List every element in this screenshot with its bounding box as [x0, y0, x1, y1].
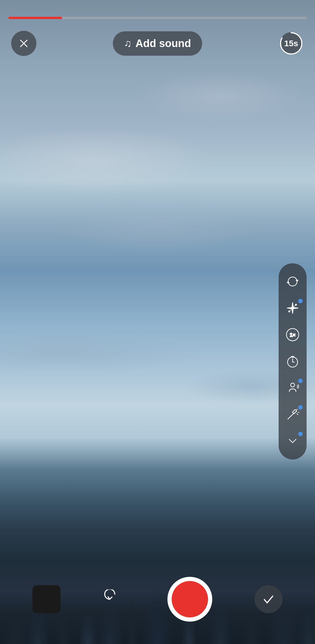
- music-icon: ♫: [124, 38, 132, 49]
- more-dot: [298, 432, 303, 436]
- flash-dot: [298, 378, 303, 383]
- countdown-timer-button[interactable]: [279, 348, 307, 374]
- svg-point-11: [291, 383, 295, 387]
- effects-dot: [298, 299, 303, 303]
- flash-button[interactable]: [279, 374, 307, 401]
- effects-button[interactable]: [279, 295, 307, 321]
- undo-button[interactable]: [103, 588, 125, 610]
- flip-camera-button[interactable]: [279, 268, 307, 295]
- speed-button[interactable]: 1×: [279, 321, 307, 348]
- magic-wand-button[interactable]: [279, 401, 307, 428]
- record-inner: [172, 581, 208, 617]
- close-button[interactable]: [11, 31, 36, 56]
- progress-bar-fill: [8, 17, 62, 19]
- svg-line-14: [296, 409, 297, 410]
- svg-text:1×: 1×: [290, 332, 296, 338]
- record-button[interactable]: [167, 577, 212, 622]
- camera-background: [0, 0, 315, 644]
- svg-line-12: [288, 413, 294, 419]
- svg-point-2: [295, 304, 297, 305]
- top-controls: ♫ Add sound 15s: [0, 31, 315, 56]
- more-options-button[interactable]: [279, 428, 307, 454]
- magic-dot: [298, 405, 303, 409]
- add-sound-label: Add sound: [136, 38, 191, 50]
- done-button[interactable]: [255, 585, 283, 613]
- progress-bar-container: [8, 17, 307, 19]
- svg-line-16: [297, 414, 298, 415]
- timer-badge[interactable]: 15s: [279, 31, 304, 56]
- close-icon: [18, 38, 29, 49]
- gallery-thumbnail[interactable]: [32, 585, 60, 613]
- bottom-controls: [0, 577, 315, 622]
- right-toolbar: 1×: [279, 263, 307, 459]
- add-sound-button[interactable]: ♫ Add sound: [113, 31, 202, 56]
- timer-text: 15s: [284, 39, 298, 48]
- svg-point-3: [289, 311, 290, 312]
